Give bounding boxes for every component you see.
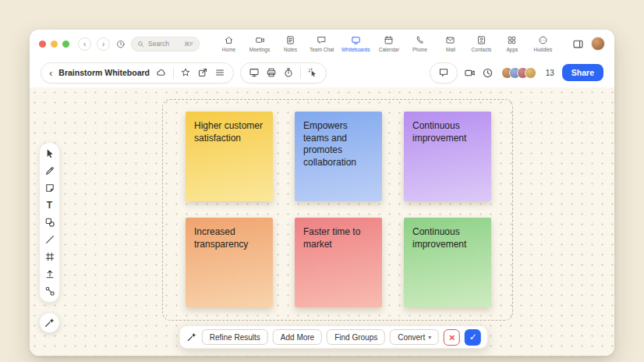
- nav-forward-button[interactable]: ›: [97, 37, 110, 51]
- upload-tool-button[interactable]: [41, 265, 58, 282]
- diagram-icon: [44, 286, 55, 296]
- sticky-note-text: Continuous improvement: [412, 226, 466, 250]
- present-tools-pill: [240, 62, 327, 83]
- sidebar-toggle-icon[interactable]: [572, 38, 584, 50]
- magic-wand-icon: [44, 317, 55, 328]
- divider: [300, 67, 301, 79]
- tab-team-chat[interactable]: Team Chat: [310, 35, 334, 52]
- sticky-note-1[interactable]: Higher customer satisfaction: [186, 112, 273, 201]
- minimize-window-button[interactable]: [51, 41, 58, 48]
- share-button[interactable]: Share: [562, 64, 603, 81]
- sticky-note-text: Increased transparency: [194, 226, 248, 250]
- timer-icon: [283, 67, 294, 78]
- comments-button[interactable]: [438, 67, 449, 78]
- tab-apps[interactable]: Apps: [501, 35, 524, 52]
- history-icon[interactable]: [115, 39, 126, 49]
- back-to-boards-button[interactable]: ‹: [49, 68, 52, 78]
- frame-tool-button[interactable]: [41, 248, 58, 265]
- clock-icon: [482, 67, 494, 79]
- tab-home[interactable]: Home: [218, 35, 241, 52]
- board-toolbar-right: 13 Share: [430, 62, 603, 83]
- tab-mail[interactable]: Mail: [439, 35, 462, 52]
- nav-back-button[interactable]: ‹: [78, 37, 91, 51]
- sticky-note-6[interactable]: Continuous improvement: [404, 218, 491, 307]
- titlebar-right: [572, 37, 605, 51]
- sticky-note-5[interactable]: Faster time to market: [295, 218, 382, 307]
- sticky-note-tool-button[interactable]: [41, 179, 58, 197]
- cloud-sync-icon: [156, 67, 167, 78]
- apps-icon: [507, 35, 517, 45]
- zoom-window-button[interactable]: [62, 41, 69, 48]
- ai-wand-button[interactable]: [39, 312, 60, 333]
- session-timer-button[interactable]: [482, 67, 494, 79]
- sticky-note-2[interactable]: Empowers teams and promotes collaboratio…: [295, 112, 382, 201]
- close-window-button[interactable]: [39, 41, 46, 48]
- board-menu-button[interactable]: [214, 67, 225, 78]
- line-icon: [44, 234, 55, 245]
- export-icon: [197, 67, 208, 78]
- sticky-note-4[interactable]: Increased transparency: [186, 218, 273, 307]
- laser-pointer-button[interactable]: [307, 67, 318, 78]
- participant-avatars[interactable]: [501, 67, 536, 79]
- find-groups-button[interactable]: Find Groups: [327, 329, 385, 345]
- chevron-down-icon: ▾: [428, 334, 431, 341]
- sticky-note-text: Faster time to market: [303, 226, 360, 250]
- board-title-pill: ‹ Brainstorm Whiteboard: [41, 62, 234, 83]
- tab-meetings[interactable]: Meetings: [248, 35, 271, 52]
- line-tool-button[interactable]: [41, 231, 58, 248]
- star-icon: [180, 67, 191, 78]
- whiteboard-canvas[interactable]: T: [30, 87, 614, 356]
- ai-toolbar: Refine Results Add More Find Groups Conv…: [179, 325, 488, 349]
- sticky-note-text: Higher customer satisfaction: [194, 120, 263, 144]
- add-more-button[interactable]: Add More: [273, 329, 322, 345]
- tab-whiteboards[interactable]: Whiteboards: [341, 35, 370, 52]
- select-tool-button[interactable]: [41, 145, 58, 162]
- printer-icon: [266, 67, 277, 78]
- calendar-icon: [384, 35, 394, 45]
- sticky-note-3[interactable]: Continuous improvement: [404, 112, 491, 201]
- print-button[interactable]: [266, 67, 277, 78]
- search-shortcut: ⌘F: [184, 41, 193, 48]
- home-icon: [224, 35, 234, 45]
- sticky-note-text: Continuous improvement: [412, 120, 466, 144]
- search-input[interactable]: Search ⌘F: [131, 37, 200, 51]
- tab-notes[interactable]: Notes: [279, 35, 303, 52]
- sticky-note-text: Empowers teams and promotes collaboratio…: [303, 120, 356, 168]
- confirm-button[interactable]: ✓: [465, 329, 481, 346]
- participant-count: 13: [546, 69, 554, 77]
- whiteboard-icon: [351, 35, 361, 45]
- frame-icon: [44, 251, 55, 262]
- tab-huddles[interactable]: Huddles: [531, 35, 554, 52]
- shapes-tool-button[interactable]: [41, 214, 58, 231]
- divider: [173, 67, 174, 79]
- comment-icon: [438, 67, 449, 78]
- tab-calendar[interactable]: Calendar: [377, 35, 401, 52]
- titlebar: ‹ › Search ⌘F Home Meetings: [30, 30, 614, 58]
- tab-phone[interactable]: Phone: [408, 35, 431, 52]
- present-button[interactable]: [249, 67, 260, 78]
- start-video-button[interactable]: [464, 67, 476, 79]
- primary-navigation: Home Meetings Notes Team Chat Whiteboard…: [210, 35, 562, 52]
- diagram-tool-button[interactable]: [41, 282, 58, 300]
- desktop-background: ‹ › Search ⌘F Home Meetings: [0, 0, 644, 362]
- shapes-icon: [44, 217, 55, 228]
- export-button[interactable]: [197, 67, 208, 78]
- participant-avatar: [525, 67, 536, 79]
- camera-icon: [464, 67, 476, 79]
- pen-icon: [44, 165, 55, 176]
- star-favorite-button[interactable]: [180, 67, 191, 78]
- cancel-button[interactable]: ×: [444, 329, 460, 346]
- mail-icon: [445, 35, 455, 45]
- refine-results-button[interactable]: Refine Results: [202, 329, 268, 345]
- search-icon: [137, 41, 144, 48]
- board-title: Brainstorm Whiteboard: [58, 68, 150, 77]
- user-avatar[interactable]: [591, 37, 605, 51]
- pen-tool-button[interactable]: [41, 162, 58, 179]
- convert-dropdown[interactable]: Convert ▾: [390, 329, 439, 345]
- text-tool-button[interactable]: T: [41, 197, 58, 214]
- notes-frame[interactable]: Higher customer satisfaction Empowers te…: [162, 99, 513, 321]
- tab-contacts[interactable]: Contacts: [469, 35, 493, 52]
- pointer-icon: [307, 67, 318, 78]
- timer-button[interactable]: [283, 67, 294, 78]
- comments-pill: [430, 62, 458, 83]
